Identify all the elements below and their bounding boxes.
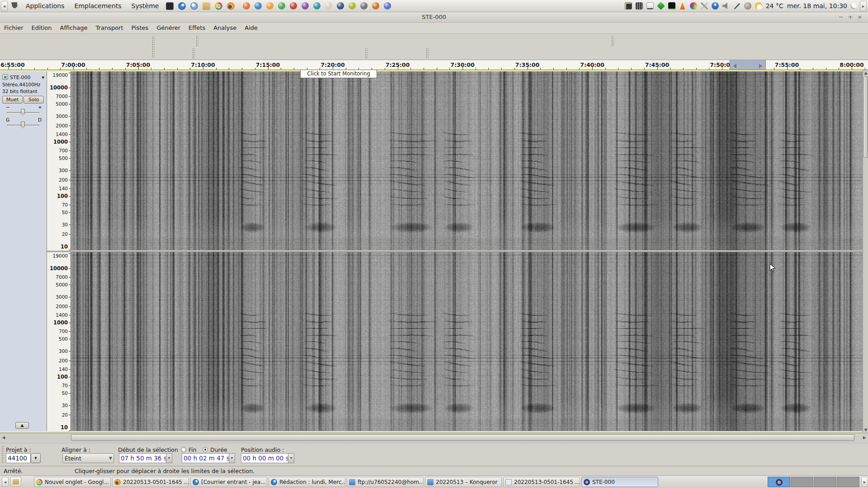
light-switch-icon[interactable] xyxy=(646,2,654,9)
toolbar-grip[interactable] xyxy=(1,445,4,464)
audio-position-field[interactable]: 00 h 00 m 00 s▾ xyxy=(241,453,294,463)
spectrogram-channel-right[interactable] xyxy=(71,252,863,431)
volume-icon[interactable] xyxy=(722,2,730,9)
menu-transport[interactable]: Transport xyxy=(92,23,127,33)
menu-fichier[interactable]: Fichier xyxy=(0,23,28,33)
taskbar-expand-button[interactable]: ▸ xyxy=(861,477,868,487)
terminal-icon[interactable] xyxy=(166,2,174,10)
spectrogram-channel-left[interactable] xyxy=(71,71,863,250)
snap-combo[interactable]: Éteint▼ xyxy=(62,453,114,463)
panel-menu-système[interactable]: Système xyxy=(127,0,164,12)
taskbar-item[interactable]: [Courrier entrant - jea... xyxy=(190,477,267,487)
selection-duration-field[interactable]: 00 h 02 m 47 s▾ xyxy=(182,453,235,463)
project-rate-dropdown[interactable]: ▾ xyxy=(31,453,41,463)
menu-aide[interactable]: Aide xyxy=(241,23,262,33)
workspace-3[interactable] xyxy=(814,477,836,487)
audacity-titlebar[interactable]: STE-000 − + × xyxy=(0,12,868,23)
radio-end[interactable] xyxy=(181,447,186,452)
taskbar-item[interactable]: Rédaction : lundi, Merc... xyxy=(269,477,345,487)
panel-menu-emplacements[interactable]: Emplacements xyxy=(70,0,127,12)
file-manager-button[interactable] xyxy=(10,477,21,487)
track-control-panel[interactable]: × STE-000▾ Stéréo,44100Hz 32 bits flotta… xyxy=(0,71,47,431)
horizontal-scrollbar[interactable]: ◀ ▶ xyxy=(0,433,868,442)
taskbar-item[interactable]: 20220513-0501-1645 ... xyxy=(112,477,189,487)
app-launcher-icon[interactable] xyxy=(313,2,321,9)
menu-effets[interactable]: Effets xyxy=(184,23,209,33)
weather-icon[interactable] xyxy=(755,2,762,9)
app-launcher-icon[interactable] xyxy=(384,2,391,9)
gimp-icon[interactable] xyxy=(744,2,751,9)
solo-button[interactable]: Solo xyxy=(24,96,44,103)
tools-icon[interactable] xyxy=(701,2,708,9)
show-desktop-button[interactable]: ◂ xyxy=(2,477,9,487)
system-monitor-icon[interactable] xyxy=(668,2,675,9)
monitor-tooltip[interactable]: Click to Start Monitoring xyxy=(300,70,377,78)
panel-menu-applications[interactable]: Applications xyxy=(21,0,70,12)
workspace-1[interactable] xyxy=(768,477,790,487)
app-launcher-icon[interactable] xyxy=(255,2,262,9)
scroll-down-arrow[interactable]: ▼ xyxy=(863,428,868,432)
scroll-up-arrow[interactable]: ▲ xyxy=(863,71,868,75)
app-launcher-icon[interactable] xyxy=(290,2,297,9)
panel-clock[interactable]: mer. 18 mai, 10:30 xyxy=(787,2,847,9)
taskbar-item[interactable]: ftp://u76052240@hom... xyxy=(347,477,424,487)
app-launcher-icon[interactable] xyxy=(372,2,379,9)
gnome-foot-icon[interactable] xyxy=(11,2,19,10)
maximize-button[interactable]: + xyxy=(847,14,854,21)
selection-start-field[interactable]: 07 h 50 m 36 s▾ xyxy=(119,453,172,463)
minimize-button[interactable]: − xyxy=(837,14,844,21)
app-launcher-icon[interactable] xyxy=(266,2,274,9)
radio-duration[interactable] xyxy=(203,447,208,452)
toolbar-grip[interactable] xyxy=(425,47,429,59)
color-wheel-icon[interactable] xyxy=(690,2,697,9)
toolbar-grip[interactable] xyxy=(364,47,368,59)
app-launcher-icon[interactable] xyxy=(360,2,368,9)
taskbar-item[interactable]: 20220513-0501-1645 ... xyxy=(503,477,580,487)
toolbar-grip[interactable] xyxy=(192,47,195,59)
workspace-2[interactable] xyxy=(791,477,813,487)
pan-slider-thumb[interactable] xyxy=(21,122,25,128)
toolbar-grip[interactable] xyxy=(195,35,198,47)
vertical-scrollbar[interactable]: ▲ ▼ xyxy=(863,70,868,433)
scroll-right-arrow[interactable]: ▶ xyxy=(862,436,867,440)
app-launcher-icon[interactable] xyxy=(349,2,356,9)
horizontal-scrollbar-thumb[interactable] xyxy=(71,434,854,441)
chrome-icon[interactable] xyxy=(215,2,222,10)
taskbar-item[interactable]: 20220513 – Konqueror xyxy=(425,477,502,487)
app-launcher-icon[interactable] xyxy=(243,2,250,9)
vertical-scrollbar-thumb[interactable] xyxy=(863,76,868,158)
thunderbird-icon[interactable] xyxy=(178,2,186,10)
media-player-icon[interactable] xyxy=(657,2,665,10)
display-icon[interactable] xyxy=(625,2,632,9)
toolbar-grip[interactable] xyxy=(151,36,155,57)
track-collapse-button[interactable]: ▲ xyxy=(15,422,29,429)
globe-icon[interactable] xyxy=(190,2,198,10)
workspace-4[interactable] xyxy=(837,477,859,487)
accessibility-icon[interactable] xyxy=(712,2,719,9)
menu-générer[interactable]: Générer xyxy=(152,23,184,33)
panel-expand-button[interactable]: ▸ xyxy=(860,1,867,11)
film-reel-icon[interactable] xyxy=(636,2,643,9)
menu-edition[interactable]: Edition xyxy=(28,23,56,33)
panel-back-button[interactable]: ◂ xyxy=(1,1,8,11)
taskbar-item[interactable]: Nouvel onglet - Googl... xyxy=(34,477,111,487)
project-rate-value[interactable]: 44100 xyxy=(6,453,31,463)
firefox-icon[interactable] xyxy=(227,2,235,10)
mute-button[interactable]: Muet xyxy=(2,96,23,103)
folder-icon[interactable] xyxy=(203,2,210,10)
gain-slider-thumb[interactable] xyxy=(21,109,25,116)
app-launcher-icon[interactable] xyxy=(302,2,309,9)
ruler-selection[interactable] xyxy=(730,60,766,70)
toolbar-grip[interactable] xyxy=(611,35,614,47)
track-title-menu[interactable]: STE-000▾ xyxy=(10,75,44,80)
app-launcher-icon[interactable] xyxy=(325,2,332,9)
app-launcher-icon[interactable] xyxy=(337,2,344,9)
scroll-left-arrow[interactable]: ◀ xyxy=(1,436,6,440)
taskbar-item[interactable]: STE-000 xyxy=(581,477,658,487)
close-button[interactable]: × xyxy=(856,14,863,21)
menu-analyse[interactable]: Analyse xyxy=(209,23,241,33)
track-close-button[interactable]: × xyxy=(2,74,8,80)
app-launcher-icon[interactable] xyxy=(278,2,285,9)
timeline-ruler[interactable]: 6:55:007:00:007:05:007:10:007:15:007:20:… xyxy=(0,60,868,70)
menu-pistes[interactable]: Pistes xyxy=(127,23,153,33)
